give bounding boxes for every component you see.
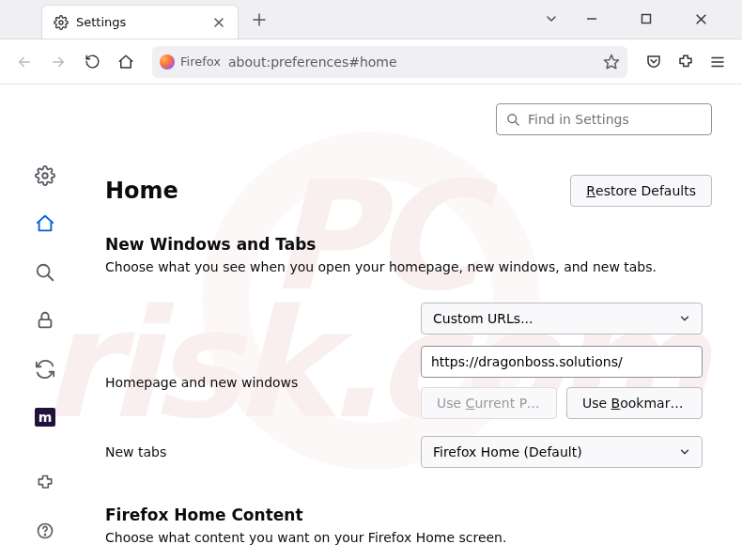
homepage-select[interactable]: Custom URLs... [421, 303, 703, 334]
restore-defaults-label: estore Defaults [595, 183, 696, 198]
svg-point-7 [45, 535, 46, 536]
section-desc: Choose what content you want on your Fir… [105, 530, 712, 545]
section-desc: Choose what you see when you open your h… [105, 259, 712, 274]
newtabs-select[interactable]: Firefox Home (Default) [421, 436, 703, 468]
tab-label: Settings [76, 15, 204, 29]
svg-rect-1 [642, 15, 651, 23]
page-title: Home [105, 178, 178, 204]
svg-point-0 [59, 21, 63, 24]
newtabs-select-value: Firefox Home (Default) [433, 444, 582, 459]
sidebar-item-more[interactable]: m [28, 402, 62, 434]
m-logo-icon: m [35, 408, 55, 427]
svg-rect-5 [39, 319, 52, 327]
pocket-button[interactable] [639, 47, 669, 77]
section-title: New Windows and Tabs [105, 235, 712, 254]
find-input[interactable] [528, 112, 702, 127]
sidebar-item-general[interactable] [28, 160, 62, 192]
back-button[interactable] [9, 47, 39, 77]
sidebar-item-home[interactable] [28, 209, 62, 241]
svg-marker-2 [605, 54, 619, 68]
sidebar-item-extensions[interactable] [28, 467, 62, 499]
url-bar[interactable]: Firefox about:preferences#home [152, 46, 627, 78]
gear-icon [54, 15, 69, 30]
forward-button[interactable] [43, 47, 73, 77]
identity-label: Firefox [180, 54, 221, 69]
home-button[interactable] [111, 47, 141, 77]
navbar: Firefox about:preferences#home [0, 39, 742, 85]
firefox-logo-icon [160, 54, 175, 70]
chevron-down-icon [679, 313, 690, 324]
homepage-select-value: Custom URLs... [433, 311, 533, 326]
extensions-button[interactable] [671, 47, 701, 77]
app-menu-button[interactable] [703, 47, 733, 77]
sidebar-item-help[interactable] [28, 516, 62, 548]
use-bookmark-button[interactable]: Use Bookmark… [566, 387, 703, 419]
browser-tab[interactable]: Settings [41, 5, 239, 39]
maximize-button[interactable] [626, 5, 667, 33]
reload-button[interactable] [77, 47, 107, 77]
chevron-down-icon [679, 446, 690, 458]
new-tab-button[interactable] [244, 5, 274, 35]
star-icon[interactable] [603, 54, 620, 70]
window-close-button[interactable] [680, 5, 721, 33]
minimize-button[interactable] [571, 5, 612, 33]
tabs-chevron-icon[interactable] [545, 12, 558, 25]
sidebar-item-search[interactable] [28, 257, 62, 288]
search-icon [506, 113, 520, 127]
section-title: Firefox Home Content [105, 506, 712, 524]
find-in-settings[interactable] [496, 103, 712, 135]
preferences-sidebar: m [0, 85, 90, 560]
tab-strip: Settings [0, 0, 742, 39]
sidebar-item-sync[interactable] [28, 353, 62, 385]
identity-box[interactable]: Firefox [160, 54, 221, 70]
svg-point-3 [42, 173, 48, 179]
homepage-label: Homepage and new windows [105, 375, 406, 390]
close-icon[interactable] [211, 15, 226, 30]
restore-defaults-button[interactable]: Restore Defaults [570, 175, 712, 207]
url-text: about:preferences#home [228, 54, 595, 70]
homepage-url-input[interactable] [421, 346, 703, 378]
newtabs-label: New tabs [105, 444, 406, 459]
use-current-button[interactable]: Use Current Pages [421, 387, 557, 419]
sidebar-item-privacy[interactable] [28, 305, 62, 337]
preferences-main: Home Restore Defaults New Windows and Ta… [90, 85, 742, 560]
